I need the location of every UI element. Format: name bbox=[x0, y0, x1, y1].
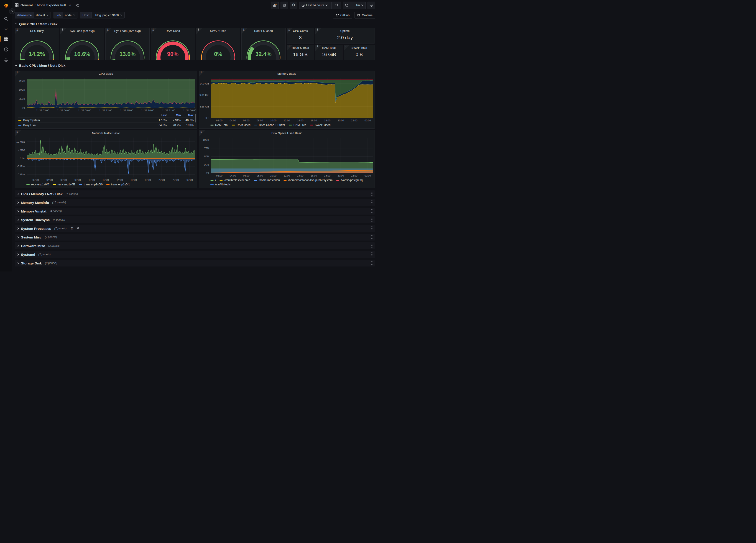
panel-info-icon[interactable]: i bbox=[200, 131, 202, 133]
panel-title[interactable]: Sys Load (5m avg) bbox=[60, 28, 104, 33]
panel-info-icon[interactable]: i bbox=[243, 28, 245, 31]
panel-title[interactable]: Memory Basic bbox=[199, 71, 375, 76]
legend-item[interactable]: /var/lib/elasticsearch bbox=[220, 179, 250, 182]
add-panel-button[interactable] bbox=[271, 2, 279, 9]
panel-info-icon[interactable]: i bbox=[345, 45, 347, 48]
gauge[interactable]: 13.6% bbox=[106, 33, 149, 60]
panel-info-icon[interactable]: i bbox=[107, 28, 109, 31]
dashboard-settings-button[interactable]: ⚙ bbox=[290, 2, 297, 9]
gauge[interactable]: 90% bbox=[151, 33, 195, 60]
legend-item[interactable]: /home/mastodon/live/public/system bbox=[283, 179, 333, 182]
gauge[interactable]: 0% bbox=[196, 33, 240, 60]
row-delete-icon[interactable] bbox=[76, 226, 79, 231]
breadcrumb-section[interactable]: General bbox=[20, 3, 33, 7]
legend-column-max[interactable]: Max bbox=[181, 113, 194, 118]
legend-item[interactable]: /var/lib/postgresql bbox=[336, 179, 363, 182]
sidebar-item-search[interactable] bbox=[0, 14, 12, 23]
panel-info-icon[interactable]: i bbox=[62, 28, 63, 31]
row-drag-handle[interactable] bbox=[370, 208, 373, 214]
refresh-picker[interactable]: 1m bbox=[343, 2, 366, 9]
dashboard-row-system-processes[interactable]: System Processes(7 panels)⚙ bbox=[15, 225, 375, 232]
panel-info-icon[interactable]: i bbox=[198, 28, 199, 31]
panel-info-icon[interactable]: i bbox=[16, 28, 18, 31]
star-dashboard-button[interactable]: ☆ bbox=[68, 2, 73, 8]
legend-item[interactable]: RAM Used bbox=[232, 123, 250, 127]
dashboard-row-system-misc[interactable]: System Misc(7 panels) bbox=[15, 234, 375, 241]
dashboard-row-hardware-misc[interactable]: Hardware Misc(3 panels) bbox=[15, 242, 375, 249]
row-quick-cpu-mem-disk[interactable]: Quick CPU / Mem / Disk bbox=[15, 20, 375, 28]
legend-item[interactable]: recv enp1s0f0 bbox=[26, 183, 49, 186]
dashboard-row-storage-disk[interactable]: Storage Disk(8 panels) bbox=[15, 260, 375, 266]
row-basic-cpu-mem-net-disk[interactable]: Basic CPU / Mem / Net / Disk bbox=[15, 61, 375, 69]
panel-title[interactable]: RAM Used bbox=[151, 28, 195, 33]
legend-item[interactable]: /home/mastodon bbox=[254, 179, 280, 182]
legend-item[interactable]: RAM Total bbox=[210, 123, 228, 127]
row-drag-handle[interactable] bbox=[370, 191, 373, 197]
legend-item[interactable]: /var/lib/redis bbox=[210, 183, 230, 186]
chart-plot-area[interactable]: 0 B4.66 GiB9.31 GiB14.0 GiB02:0004:0006:… bbox=[199, 76, 375, 123]
sidebar-item-dashboards[interactable] bbox=[0, 34, 12, 43]
variable-value-dropdown[interactable]: default bbox=[34, 12, 51, 18]
row-drag-handle[interactable] bbox=[370, 226, 373, 231]
time-range-segment[interactable]: Last 24 hours bbox=[299, 2, 330, 9]
legend-item[interactable]: trans enp1s0f0 bbox=[79, 183, 103, 186]
dashboard-row-system-timesync[interactable]: System Timesync(4 panels) bbox=[15, 216, 375, 223]
refresh-interval-dropdown[interactable]: 1m bbox=[354, 2, 365, 9]
panel-info-icon[interactable]: i bbox=[288, 28, 290, 31]
panel-title[interactable]: SWAP Used bbox=[196, 28, 240, 33]
panel-title[interactable]: Uptime bbox=[315, 28, 375, 33]
row-settings-icon[interactable]: ⚙ bbox=[71, 226, 74, 231]
panel-title[interactable]: Sys Load (15m avg) bbox=[106, 28, 149, 33]
legend-item[interactable]: RAM Cache + Buffer bbox=[254, 123, 285, 127]
sidebar-item-explore[interactable] bbox=[0, 45, 12, 54]
gauge[interactable]: 16.6% bbox=[60, 33, 104, 60]
row-drag-handle[interactable] bbox=[370, 200, 373, 205]
save-dashboard-button[interactable] bbox=[281, 2, 288, 9]
legend-item[interactable]: trans enp1s0f1 bbox=[106, 183, 130, 186]
cycle-view-mode-button[interactable] bbox=[368, 2, 375, 9]
sidebar-item-alerting[interactable] bbox=[0, 55, 12, 64]
panel-info-icon[interactable]: i bbox=[317, 28, 318, 31]
share-dashboard-button[interactable] bbox=[74, 3, 80, 8]
chart-plot-area[interactable]: 10 Mb/s5 Mb/s0 b/s-5 Mb/s-10 Mb/s02:0004… bbox=[15, 136, 197, 182]
panel-title[interactable]: Disk Space Used Basic bbox=[199, 130, 375, 136]
dashboard-row-cpu-memory-net-disk[interactable]: CPU / Memory / Net / Disk(7 panels) bbox=[15, 190, 375, 197]
gauge[interactable]: 14.2% bbox=[15, 33, 59, 60]
gauge[interactable]: 32.4% bbox=[242, 33, 285, 60]
time-range-picker[interactable]: Last 24 hours bbox=[299, 2, 341, 9]
dashboard-row-memory-vmstat[interactable]: Memory Vmstat(4 panels) bbox=[15, 208, 375, 215]
row-drag-handle[interactable] bbox=[370, 252, 373, 257]
legend-column-last[interactable]: Last bbox=[152, 113, 167, 118]
legend-item[interactable]: recv enp1s0f1 bbox=[53, 183, 76, 186]
grafana-link-button[interactable]: Grafana bbox=[355, 12, 375, 18]
chart-plot-area[interactable]: 0%250%500%750%11/23 03:0011/23 06:0011/2… bbox=[15, 76, 197, 113]
row-drag-handle[interactable] bbox=[370, 217, 373, 223]
variable-value-dropdown[interactable]: node bbox=[63, 12, 77, 18]
legend-series-label[interactable]: Busy System bbox=[18, 118, 152, 123]
dashboard-row-memory-meminfo[interactable]: Memory Meminfo(15 panels) bbox=[15, 199, 375, 206]
panel-title[interactable]: CPU Basic bbox=[15, 71, 197, 76]
panel-info-icon[interactable]: i bbox=[16, 71, 18, 74]
refresh-button[interactable] bbox=[343, 2, 350, 9]
row-drag-handle[interactable] bbox=[370, 234, 373, 240]
chart-plot-area[interactable]: 0%25%50%75%100%02:0004:0006:0008:0010:00… bbox=[199, 136, 375, 178]
github-link-button[interactable]: GitHub bbox=[333, 12, 352, 18]
panel-info-icon[interactable]: i bbox=[200, 71, 202, 74]
panel-info-icon[interactable]: i bbox=[152, 28, 154, 31]
legend-column-min[interactable]: Min bbox=[167, 113, 181, 118]
panel-info-icon[interactable]: i bbox=[317, 45, 318, 48]
panel-title[interactable]: Root FS Used bbox=[242, 28, 285, 33]
dashboard-title[interactable]: Node Exporter Full bbox=[37, 3, 66, 7]
legend-item[interactable]: RAM Free bbox=[289, 123, 306, 127]
dashboard-row-systemd[interactable]: Systemd(2 panels) bbox=[15, 251, 375, 258]
zoom-out-time-button[interactable] bbox=[333, 2, 341, 9]
row-drag-handle[interactable] bbox=[370, 260, 373, 266]
panel-info-icon[interactable]: i bbox=[288, 45, 290, 48]
variable-value-dropdown[interactable]: ublog.ipng.ch:9100 bbox=[92, 12, 125, 18]
panel-title[interactable]: CPU Busy bbox=[15, 28, 59, 33]
row-drag-handle[interactable] bbox=[370, 243, 373, 248]
panel-info-icon[interactable]: i bbox=[16, 131, 18, 133]
sidebar-item-starred[interactable]: ☆ bbox=[0, 24, 12, 33]
legend-item[interactable]: SWAP Used bbox=[310, 123, 331, 127]
legend-series-label[interactable]: Busy User bbox=[18, 123, 152, 128]
